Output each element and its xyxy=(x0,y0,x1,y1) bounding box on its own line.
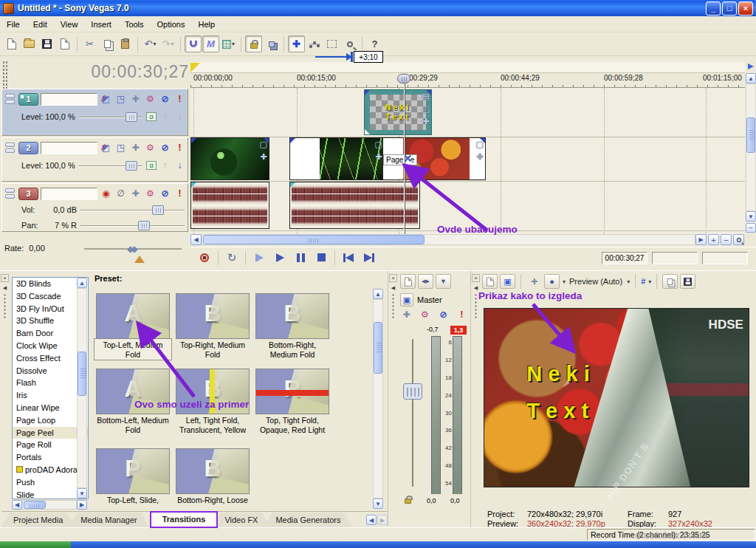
list-scroll-left-button[interactable]: ◀ xyxy=(12,500,22,510)
track-2-mute-icon[interactable]: ⊘ xyxy=(159,143,171,153)
master-fx-icon[interactable]: ✚ xyxy=(400,309,413,320)
tabs-scroll-right-button[interactable]: ▶ xyxy=(377,515,388,525)
track-header-1[interactable]: 1 ◩ ◳ ✚ ⚙ ⊘ ! Level: 100,0 % α ↑ ↓ xyxy=(1,89,188,136)
tab-media-generators[interactable]: Media Generators xyxy=(264,513,352,527)
master-mute-icon[interactable]: ⊘ xyxy=(437,309,450,320)
playhead-cursor[interactable] xyxy=(404,74,405,234)
preset-item-5[interactable]: R Top, Tight Fold, Opaque, Red Light xyxy=(254,369,331,435)
save-button[interactable] xyxy=(38,35,55,52)
track-2-solo-icon[interactable]: ! xyxy=(173,143,186,153)
timeline-scroll-right-button[interactable]: ▶ xyxy=(695,234,707,245)
bypass-motion-blur-icon-2[interactable]: ◩ xyxy=(100,143,112,153)
compositing-mode-icon[interactable]: α xyxy=(146,112,157,121)
audio-event-1[interactable] xyxy=(190,182,269,229)
panel-grip[interactable] xyxy=(3,293,7,318)
make-compositing-child-icon[interactable]: ↓ xyxy=(173,112,186,122)
track-1-solo-icon[interactable]: ! xyxy=(173,94,186,104)
maximize-button[interactable]: □ xyxy=(722,1,737,16)
preset-v-scrollbar[interactable] xyxy=(373,299,383,499)
track-3-size-buttons[interactable] xyxy=(5,188,15,199)
menu-help[interactable]: Help xyxy=(191,18,221,31)
marker-triangle-icon[interactable] xyxy=(190,63,200,72)
preview-quality-dropdown-icon[interactable]: ▾ xyxy=(627,278,630,285)
make-compositing-parent-icon[interactable]: ↑ xyxy=(159,112,171,122)
event-fx-icon[interactable]: ✚ xyxy=(422,117,429,126)
quantize-to-frames-button[interactable]: ▾ xyxy=(220,35,237,52)
make-compositing-parent-icon-2[interactable]: ↑ xyxy=(159,160,171,171)
tabs-scroll-left-button[interactable]: ◀ xyxy=(366,515,377,525)
dim-output-button[interactable]: ▼ xyxy=(436,274,451,289)
copy-snapshot-button[interactable] xyxy=(662,274,678,289)
track-motion-icon[interactable]: ◳ xyxy=(114,94,127,104)
menu-view[interactable]: View xyxy=(54,18,85,31)
time-ruler[interactable] xyxy=(190,73,745,88)
ignore-event-grouping-button[interactable] xyxy=(263,35,280,52)
enable-snapping-button[interactable] xyxy=(185,35,202,52)
track-1-mute-icon[interactable]: ⊘ xyxy=(159,94,171,104)
fade-handle-icon[interactable] xyxy=(191,138,196,143)
preset-item-0[interactable]: A Top-Left, Medium Fold xyxy=(94,293,171,360)
dock-grip[interactable] xyxy=(2,61,8,92)
fader-lock-icon[interactable] xyxy=(405,499,411,504)
timeline-zoom-in-button[interactable]: + xyxy=(708,234,719,245)
timeline-v-scrollbar[interactable] xyxy=(746,83,756,211)
auto-ripple-button[interactable]: M xyxy=(202,35,219,52)
panel-close-button[interactable]: × xyxy=(472,274,480,282)
track-header-2[interactable]: 2 ◩ ◳ ✚ ⚙ ⊘ ! Level: 100,0 % α ↑ ↓ xyxy=(1,137,188,182)
fade-handle-icon[interactable] xyxy=(290,182,295,188)
list-h-scroll-thumb[interactable] xyxy=(24,501,46,509)
new-project-button[interactable] xyxy=(3,35,20,52)
track-2-name-field[interactable] xyxy=(41,142,97,154)
scrub-diamond-icon[interactable]: ◆◆ xyxy=(127,244,134,254)
minimize-button[interactable]: _ xyxy=(706,1,721,16)
fade-handle-icon[interactable] xyxy=(365,90,370,95)
save-snapshot-button[interactable] xyxy=(680,274,695,289)
list-scroll-down-button[interactable]: ▼ xyxy=(77,488,87,499)
meter-clip-indicator[interactable]: 1,3 xyxy=(450,326,467,335)
menu-insert[interactable]: Insert xyxy=(84,18,118,31)
panel-grip[interactable] xyxy=(474,293,478,318)
event-fx-icon[interactable]: ✚ xyxy=(375,152,382,162)
panel-grip[interactable] xyxy=(391,293,395,318)
track-3-fx-icon[interactable]: ✚ xyxy=(129,188,142,199)
preset-scroll-down-button[interactable]: ▼ xyxy=(373,499,383,509)
master-fader-handle[interactable] xyxy=(403,383,422,400)
track-header-3[interactable]: 3 ◉ ∅ ✚ ⚙ ⊘ ! Vol: 0,0 dB Pan: 7 % R xyxy=(1,183,188,232)
track-3-number[interactable]: 3 xyxy=(18,188,38,200)
preset-item-2[interactable]: B Bottom-Right, Medium Fold xyxy=(254,293,331,360)
marker-bar[interactable] xyxy=(190,62,745,73)
preview-quality-dropdown[interactable]: Preview (Auto) xyxy=(568,277,624,286)
track-3-automation-icon[interactable]: ⚙ xyxy=(144,188,157,199)
mixer-properties-button[interactable] xyxy=(400,274,416,289)
close-button[interactable]: × xyxy=(738,1,753,16)
go-to-start-button[interactable] xyxy=(339,250,358,265)
track-3-solo-icon[interactable]: ! xyxy=(173,188,186,199)
open-button[interactable] xyxy=(21,35,38,52)
timeline-h-scroll-thumb[interactable] xyxy=(203,235,425,244)
track-2-automation-icon[interactable]: ⚙ xyxy=(144,143,157,153)
invert-phase-icon[interactable]: ∅ xyxy=(114,188,127,199)
preset-item-6[interactable]: P Top-Left, Slide, xyxy=(94,448,171,505)
list-scroll-right-button[interactable]: ▶ xyxy=(77,500,87,510)
audio-event-2[interactable] xyxy=(289,182,420,229)
preset-scroll-up-button[interactable]: ▲ xyxy=(373,289,383,299)
scrub-rate-slider[interactable]: ◆◆ xyxy=(84,248,182,250)
cursor-position-box[interactable]: 00:00:30;27 xyxy=(602,252,647,264)
paste-button[interactable] xyxy=(117,35,134,52)
preset-item-7[interactable]: B Bottom-Right, Loose xyxy=(174,448,251,505)
master-solo-icon[interactable]: ! xyxy=(456,309,468,320)
scrub-marker-icon[interactable] xyxy=(134,256,145,263)
preview-properties-button[interactable] xyxy=(482,274,498,289)
tab-media-manager[interactable]: Media Manager xyxy=(69,513,148,527)
tab-transitions[interactable]: Transitions xyxy=(151,512,218,527)
app-icon[interactable] xyxy=(3,3,14,14)
list-scroll-up-button[interactable]: ▲ xyxy=(77,278,87,288)
event-pan-crop-icon[interactable]: ▢ xyxy=(422,104,430,114)
project-properties-button[interactable] xyxy=(56,35,73,52)
downmix-output-button[interactable]: ◀▶ xyxy=(418,274,433,289)
selection-end-box[interactable] xyxy=(652,252,698,264)
track-3-name-field[interactable] xyxy=(41,188,97,200)
event-fx-icon[interactable]: ✚ xyxy=(260,152,267,162)
timeline-zoom-tool-button[interactable] xyxy=(733,234,744,245)
cursor-timecode-display[interactable]: 00:00:30;27 xyxy=(81,62,189,84)
